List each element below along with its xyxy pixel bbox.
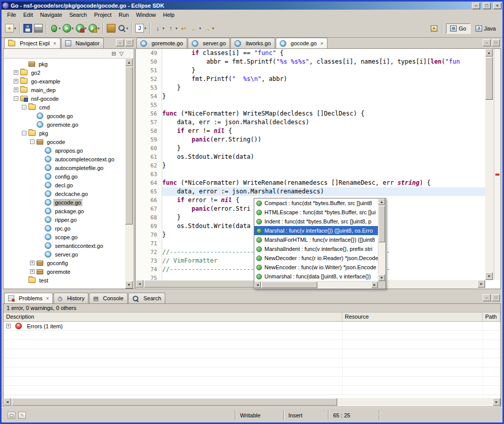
code-line-53[interactable]: 53 } xyxy=(136,83,485,92)
tree-item-pkg[interactable]: pkg xyxy=(4,60,125,68)
dropdown-arrow-icon[interactable]: ▾ xyxy=(98,26,100,31)
scroll-down-icon[interactable]: ▼ xyxy=(485,272,493,280)
code-line-54[interactable]: 54} xyxy=(136,92,485,101)
open-type-button[interactable] xyxy=(106,22,116,35)
code-line-58[interactable]: 58 if err != nil { xyxy=(136,127,485,135)
completion-item[interactable]: Indent : func(dst *bytes.Buffer, src []u… xyxy=(254,217,378,226)
dropdown-arrow-icon[interactable]: ▾ xyxy=(127,26,129,31)
tree-item-go2[interactable]: +go2 xyxy=(4,68,125,77)
plus-expander-icon[interactable]: + xyxy=(30,261,35,265)
scroll-thumb[interactable] xyxy=(12,398,337,406)
minus-expander-icon[interactable]: - xyxy=(22,131,26,135)
forward-button[interactable]: →▾ xyxy=(202,22,215,35)
menu-window[interactable]: Window xyxy=(132,11,159,19)
tree-item-semanticcontext.go[interactable]: semanticcontext.go xyxy=(4,241,125,250)
scroll-up-icon[interactable]: ▲ xyxy=(125,59,133,66)
menu-search[interactable]: Search xyxy=(66,11,91,19)
close-tab-icon[interactable]: × xyxy=(53,41,56,46)
code-line-63[interactable]: 63 xyxy=(136,170,485,179)
completion-item[interactable]: Marshal : func(v interface{}) ([]uint8, … xyxy=(254,226,378,235)
code-line-52[interactable]: 52 fmt.Printf(" %s\n", abbr) xyxy=(136,75,485,83)
code-line-61[interactable]: 61 os.Stdout.Write(data) xyxy=(136,153,485,161)
problems-row[interactable]: +Errors (1 item) xyxy=(4,322,500,331)
completion-item[interactable]: Unmarshal : func(data []uint8, v interfa… xyxy=(254,272,378,281)
previous-annotation-button[interactable]: ↑▾ xyxy=(165,22,179,35)
code-line-64[interactable]: 64func (*NiceFormatter) WriteRename(rena… xyxy=(136,179,485,187)
dropdown-arrow-icon[interactable]: ▾ xyxy=(199,26,201,31)
dropdown-arrow-icon[interactable]: ▾ xyxy=(175,26,177,31)
column-header-path[interactable]: Path xyxy=(483,313,500,321)
tree-item-goconfig[interactable]: +goconfig xyxy=(4,259,125,267)
run-button[interactable]: ▶▾ xyxy=(62,22,75,35)
minus-expander-icon[interactable]: - xyxy=(22,105,26,109)
column-header-resource[interactable]: Resource xyxy=(342,313,483,321)
tab-navigator[interactable]: Navigator xyxy=(61,38,104,48)
scroll-up-icon[interactable]: ▲ xyxy=(378,199,385,205)
tree-item-decl.go[interactable]: decl.go xyxy=(4,181,125,189)
dropdown-arrow-icon[interactable]: ▾ xyxy=(85,26,87,31)
dropdown-arrow-icon[interactable]: ▾ xyxy=(163,26,165,31)
menu-file[interactable]: File xyxy=(4,11,20,19)
code-line-57[interactable]: 57 data, err := json.Marshal(decldescs) xyxy=(136,118,485,127)
new-wizard-button[interactable]: ✦▾ xyxy=(4,22,17,35)
plus-expander-icon[interactable]: + xyxy=(14,79,18,83)
tree-item-rpc.go[interactable]: rpc.go xyxy=(4,224,125,233)
tree-item-gocode.go[interactable]: gocode.go xyxy=(4,198,125,207)
scroll-thumb[interactable] xyxy=(125,67,133,224)
maximize-view-icon[interactable]: □ xyxy=(125,39,133,46)
fast-view-icon[interactable]: ▢ xyxy=(8,412,15,419)
tree-item-cmd[interactable]: -cmd xyxy=(4,103,125,111)
scroll-right-icon[interactable]: ► xyxy=(493,398,500,406)
tree-item-goremote.go[interactable]: goremote.go xyxy=(4,120,125,129)
tree-item-pkg[interactable]: -pkg xyxy=(4,129,125,137)
dropdown-arrow-icon[interactable]: ▾ xyxy=(59,26,61,31)
minimize-button[interactable]: – xyxy=(472,3,480,9)
coverage-button[interactable]: ▶▾ xyxy=(87,22,101,35)
view-menu-icon[interactable]: ▽ xyxy=(120,50,124,57)
print-button[interactable] xyxy=(33,22,44,35)
search-button[interactable]: ▾ xyxy=(116,22,130,35)
column-divider[interactable] xyxy=(342,322,343,395)
tree-item-declcache.go[interactable]: declcache.go xyxy=(4,189,125,198)
editor-tab-goremote.go[interactable]: goremote.go xyxy=(136,38,187,48)
tree-item-test[interactable]: test xyxy=(4,276,125,285)
tab-history[interactable]: ◷History xyxy=(53,293,88,303)
run-external-tools-button[interactable]: ▶▾ xyxy=(75,22,88,35)
code-line-65[interactable]: 65 data, error := json.Marshal(renamedes… xyxy=(136,187,485,196)
completion-item[interactable]: MarshalIndent : func(v interface{}, pref… xyxy=(254,244,378,253)
column-header-description[interactable]: Description xyxy=(4,313,342,321)
perspective-java-button[interactable]: JJava xyxy=(471,23,500,34)
overview-ruler[interactable] xyxy=(494,49,500,280)
explorer-scrollbar[interactable]: ▲ ▼ xyxy=(125,59,134,289)
code-line-49[interactable]: 49 if classes[i] == "func" { xyxy=(136,49,485,58)
error-marker[interactable] xyxy=(495,174,499,176)
editor-vscrollbar[interactable]: ▲ ▼ xyxy=(485,49,494,280)
editor-tab-server.go[interactable]: server.go xyxy=(188,38,230,48)
tree-item-scope.go[interactable]: scope.go xyxy=(4,233,125,241)
code-line-50[interactable]: 50 abbr = fmt.Sprintf("%s %s%s", classes… xyxy=(136,58,485,66)
editor-pencil-icon[interactable]: ✎ xyxy=(18,412,26,419)
scroll-down-icon[interactable]: ▼ xyxy=(378,274,385,281)
scroll-right-icon[interactable]: ► xyxy=(478,280,485,288)
plus-expander-icon[interactable]: + xyxy=(30,269,35,274)
dropdown-arrow-icon[interactable]: ▾ xyxy=(14,26,16,31)
close-tab-icon[interactable]: × xyxy=(46,296,49,301)
scroll-right-icon[interactable]: ► xyxy=(371,281,378,288)
scroll-left-icon[interactable]: ◄ xyxy=(4,398,11,406)
tree-item-gocode[interactable]: -gocode xyxy=(4,137,125,146)
completion-item[interactable]: NewEncoder : func(w io.Writer) *json.Enc… xyxy=(254,263,378,272)
tree-item-package.go[interactable]: package.go xyxy=(4,207,125,215)
tree-item-goremote[interactable]: +goremote xyxy=(4,267,125,276)
completion-item[interactable]: HTMLEscape : func(dst *bytes.Buffer, src… xyxy=(254,208,378,217)
tree-item-server.go[interactable]: server.go xyxy=(4,250,125,259)
plus-expander-icon[interactable]: + xyxy=(14,70,18,75)
tree-item-go-example[interactable]: +go-example xyxy=(4,77,125,86)
completion-item[interactable]: NewDecoder : func(r io.Reader) *json.Dec… xyxy=(254,253,378,263)
completion-item[interactable]: Compact : func(dst *bytes.Buffer, src []… xyxy=(254,199,378,208)
popup-hscrollbar[interactable]: ◄ ► xyxy=(254,281,378,289)
plus-expander-icon[interactable]: + xyxy=(6,324,11,328)
tree-item-nsf-gocode[interactable]: -nsf-gocode xyxy=(4,94,125,103)
last-edit-location-button[interactable]: ↩ xyxy=(179,22,189,35)
collapse-all-icon[interactable]: ⊟ xyxy=(111,50,116,57)
scroll-left-icon[interactable]: ◄ xyxy=(136,280,143,288)
